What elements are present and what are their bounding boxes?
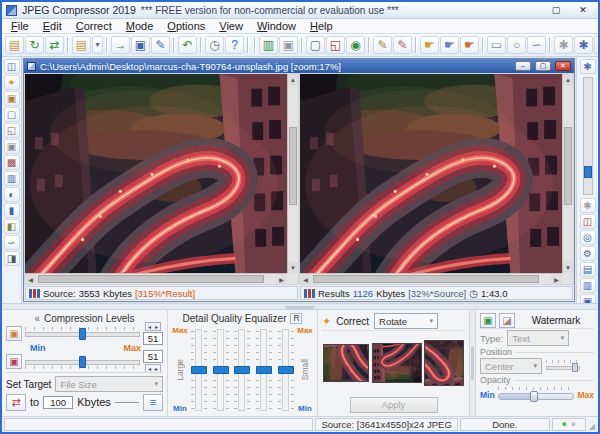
save-result-icon[interactable]: ▣ — [131, 36, 150, 54]
reopen-image-icon[interactable]: ↻ — [25, 36, 44, 54]
text-tool-icon[interactable]: ◨ — [4, 251, 20, 266]
result-quality-slider[interactable] — [25, 355, 140, 369]
document-minimize-button[interactable]: – — [515, 61, 531, 71]
slider-handle[interactable] — [278, 366, 294, 374]
resize-icon[interactable]: ◱ — [326, 36, 345, 54]
spin-right-icon[interactable]: ▸ — [153, 324, 160, 330]
document-maximize-button[interactable]: ▢ — [535, 61, 551, 71]
vertical-splitter[interactable] — [470, 310, 476, 416]
select-ellipse-icon[interactable]: ○ — [507, 36, 526, 54]
resize-grip-icon[interactable]: ◢ — [588, 418, 596, 431]
source-select-icon[interactable]: ▣ — [6, 326, 22, 341]
slider-handle[interactable] — [530, 391, 538, 402]
recent-files-caret-icon[interactable]: ▾ — [92, 36, 103, 54]
wand-tool-icon[interactable]: ✦ — [4, 75, 20, 90]
zoom-out-tool-icon[interactable]: ✱ — [554, 36, 573, 54]
scroll-right-icon[interactable]: ▶ — [551, 274, 562, 284]
document-titlebar[interactable]: C:\Users\Admin\Desktop\marcus-cha-T90764… — [24, 59, 574, 73]
source-quality-spinner[interactable]: ◂ ▸ — [145, 322, 161, 331]
document-close-button[interactable]: ✕ — [555, 61, 571, 71]
zoom-slider[interactable] — [583, 77, 593, 195]
slider-handle[interactable] — [572, 363, 578, 372]
apply-button[interactable]: Apply — [350, 397, 438, 413]
scrollbar-thumb[interactable] — [564, 127, 572, 205]
close-button[interactable]: ✕ — [572, 4, 594, 17]
menu-mode[interactable]: Mode — [120, 20, 160, 32]
fit-window-icon[interactable]: ◫ — [580, 214, 596, 229]
scroll-down-icon[interactable]: ▼ — [563, 262, 573, 273]
retouch-icon[interactable]: ✎ — [393, 36, 412, 54]
rotate-left-thumb[interactable] — [323, 344, 369, 382]
save-as-icon[interactable]: ✎ — [151, 36, 170, 54]
menu-correct[interactable]: Correct — [70, 20, 118, 32]
scroll-right-icon[interactable]: ▶ — [276, 274, 287, 284]
acquire-icon[interactable]: ▥ — [259, 36, 278, 54]
scroll-down-icon[interactable]: ▼ — [288, 262, 298, 273]
watermark-type-dropdown[interactable]: Text ▾ — [507, 330, 569, 346]
menu-window[interactable]: Window — [251, 20, 302, 32]
scrollbar-thumb[interactable] — [289, 127, 297, 205]
apply-target-button[interactable]: ⇄ — [6, 394, 26, 411]
recent-files-icon[interactable]: ▤ — [72, 36, 91, 54]
scrollbar-thumb[interactable] — [38, 275, 264, 283]
equalizer-band-slider[interactable] — [234, 329, 250, 411]
help-icon[interactable]: ? — [225, 36, 244, 54]
brightness-tool-icon[interactable]: ◐ — [4, 187, 20, 202]
menu-edit[interactable]: Edit — [37, 20, 68, 32]
duplicate-icon[interactable]: ▣ — [279, 36, 298, 54]
select-rect-icon[interactable]: ▭ — [487, 36, 506, 54]
rotate-180-thumb[interactable] — [372, 343, 422, 383]
collapse-panel-icon[interactable]: « — [34, 313, 40, 324]
histogram-tool-icon[interactable]: ▥ — [4, 171, 20, 186]
zoom-options-caret-icon[interactable]: ▾ — [594, 36, 598, 54]
restore-button[interactable]: ▢ — [545, 4, 567, 17]
zoom-in-icon[interactable]: ✱ — [580, 59, 596, 74]
equalizer-band-slider[interactable] — [278, 329, 294, 411]
pan-pick-icon[interactable]: ☛ — [460, 36, 479, 54]
process-timer-icon[interactable]: ◷ — [205, 36, 224, 54]
source-vertical-scrollbar[interactable]: ▲ ▼ — [287, 74, 298, 273]
scroll-left-icon[interactable]: ◀ — [25, 274, 36, 284]
menu-view[interactable]: View — [213, 20, 249, 32]
slider-handle[interactable] — [191, 366, 207, 374]
spin-left-icon[interactable]: ◂ — [146, 324, 153, 330]
correct-mode-dropdown[interactable]: Rotate ▾ — [374, 313, 438, 329]
source-image-preview[interactable] — [25, 74, 287, 273]
equalizer-band-slider[interactable] — [256, 329, 272, 411]
spin-right-icon[interactable]: ▸ — [153, 366, 160, 372]
source-horizontal-scrollbar[interactable]: ◀ ▶ — [25, 273, 287, 284]
spin-left-icon[interactable]: ◂ — [146, 366, 153, 372]
settings-icon[interactable]: ⚙ — [580, 246, 596, 261]
scroll-left-icon[interactable]: ◀ — [300, 274, 311, 284]
target-size-input[interactable]: 100 — [43, 396, 73, 409]
equalizer-reset-button[interactable]: R — [290, 313, 302, 324]
zoom-slider-handle[interactable] — [584, 166, 592, 178]
preview-eye-icon[interactable]: ◉ — [346, 36, 365, 54]
result-select-icon[interactable]: ▣ — [6, 354, 22, 369]
equalizer-band-slider[interactable] — [213, 329, 229, 411]
resample-tool-icon[interactable]: ◱ — [4, 123, 20, 138]
clone-tool-icon[interactable]: ▣ — [4, 139, 20, 154]
rotate-right-thumb[interactable] — [424, 340, 464, 386]
watermark-size-slider[interactable] — [546, 360, 580, 372]
reload-compare-icon[interactable]: ⇄ — [45, 36, 64, 54]
result-horizontal-scrollbar[interactable]: ◀ ▶ — [300, 273, 562, 284]
equalizer-band-slider[interactable] — [191, 329, 207, 411]
slider-handle[interactable] — [234, 366, 250, 374]
zoom-tool-icon[interactable]: ◫ — [4, 59, 20, 74]
actual-size-icon[interactable]: ◎ — [580, 230, 596, 245]
curves-tool-icon[interactable]: ∽ — [4, 235, 20, 250]
slider-handle[interactable] — [79, 356, 86, 368]
export-image-icon[interactable]: → — [111, 36, 130, 54]
watermark-position-dropdown[interactable]: Center ▾ — [480, 358, 542, 374]
annotate-icon[interactable]: ✎ — [373, 36, 392, 54]
result-image-preview[interactable] — [300, 74, 562, 273]
scroll-up-icon[interactable]: ▲ — [563, 74, 573, 85]
crop-icon[interactable]: ▢ — [306, 36, 325, 54]
slider-handle[interactable] — [213, 366, 229, 374]
menu-help[interactable]: Help — [304, 20, 339, 32]
source-quality-slider[interactable] — [25, 327, 140, 341]
undo-icon[interactable]: ↶ — [178, 36, 197, 54]
pan-select-icon[interactable]: ☛ — [440, 36, 459, 54]
open-file-icon[interactable]: ▤ — [5, 36, 24, 54]
